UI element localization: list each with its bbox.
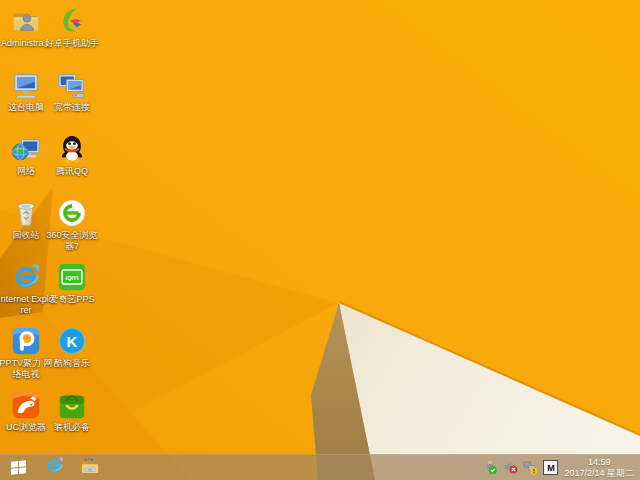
desktop-icon-iqiyi-pps[interactable]: iQIYI 爱奇艺PPS xyxy=(43,262,101,305)
desktop-icon-broadband-connection[interactable]: 宽带连接 xyxy=(43,70,101,113)
broadband-connection-icon xyxy=(57,70,87,100)
network-limited-icon[interactable] xyxy=(523,460,538,475)
software-bag-icon xyxy=(57,390,87,420)
icon-label: 爱奇艺PPS xyxy=(49,294,94,305)
desktop-icon-haozhuo-assistant[interactable]: 好卓手机助手 xyxy=(43,6,101,49)
icon-label: UC浏览器 xyxy=(6,422,46,433)
icon-label: 回收站 xyxy=(13,230,40,241)
svg-text:K: K xyxy=(67,333,78,350)
icon-label: 360安全浏览器7 xyxy=(43,230,101,252)
icon-label: 腾讯QQ xyxy=(56,166,88,177)
system-tray: M xyxy=(483,460,558,475)
clock-date: 2017/2/14 星期二 xyxy=(564,468,634,479)
uc-browser-icon xyxy=(11,390,41,420)
file-explorer-icon xyxy=(80,457,100,479)
volume-muted-icon[interactable] xyxy=(503,460,518,475)
icon-label: 装机必备 xyxy=(54,422,90,433)
icon-label: 宽带连接 xyxy=(54,102,90,113)
taskbar-file-explorer-button[interactable] xyxy=(75,455,105,480)
network-icon xyxy=(11,134,41,164)
desktop-icon-360-safe-browser[interactable]: 360安全浏览器7 xyxy=(43,198,101,252)
this-pc-icon xyxy=(11,70,41,100)
qq-penguin-icon xyxy=(57,134,87,164)
haozhuo-assistant-icon xyxy=(57,6,87,36)
icon-label: 好卓手机助手 xyxy=(45,38,99,49)
taskbar-internet-explorer-button[interactable] xyxy=(39,455,69,480)
360-browser-icon xyxy=(57,198,87,228)
desktop-icon-zhuangji-bibei[interactable]: 装机必备 xyxy=(43,390,101,433)
administrator-folder-icon xyxy=(11,6,41,36)
recycle-bin-icon xyxy=(11,198,41,228)
icon-label: 酷狗音乐 xyxy=(54,358,90,369)
start-button[interactable] xyxy=(3,455,33,480)
clock-time: 14:59 xyxy=(588,457,611,468)
internet-explorer-icon xyxy=(11,262,41,292)
safely-remove-hardware-icon[interactable] xyxy=(483,460,498,475)
pptv-icon xyxy=(11,326,41,356)
windows-flag-icon xyxy=(11,460,26,474)
ime-indicator[interactable]: M xyxy=(543,460,558,475)
icon-label: 网络 xyxy=(17,166,35,177)
internet-explorer-icon xyxy=(45,456,64,479)
desktop-icon-tencent-qq[interactable]: 腾讯QQ xyxy=(43,134,101,177)
taskbar-clock[interactable]: 14:59 2017/2/14 星期二 xyxy=(564,457,634,479)
icon-label: 这台电脑 xyxy=(8,102,44,113)
desktop-icon-kugou-music[interactable]: K 酷狗音乐 xyxy=(43,326,101,369)
svg-text:iQIYI: iQIYI xyxy=(65,275,79,281)
taskbar: M 14:59 2017/2/14 星期二 xyxy=(0,454,640,480)
iqiyi-icon: iQIYI xyxy=(57,262,87,292)
kugou-icon: K xyxy=(57,326,87,356)
